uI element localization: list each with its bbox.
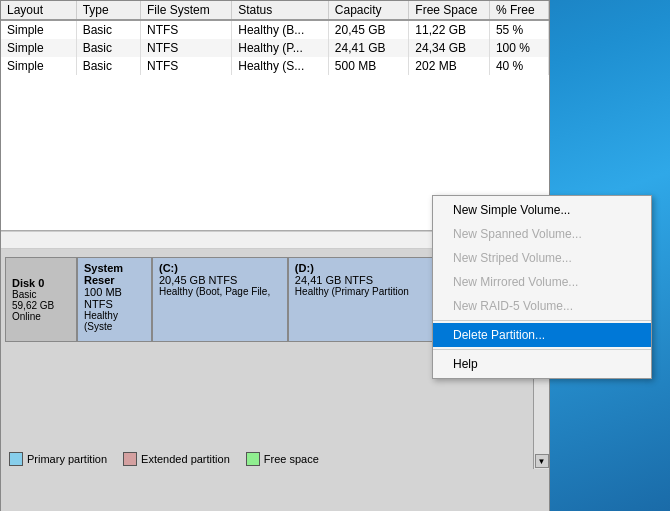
menu-item-new-spanned: New Spanned Volume...	[433, 222, 651, 246]
cell-status: Healthy (B...	[232, 20, 329, 39]
legend-primary-box	[9, 452, 23, 466]
disk-label: Disk 0 Basic 59,62 GB Online	[5, 257, 77, 342]
cell-layout: Simple	[1, 57, 76, 75]
table-row[interactable]: Simple Basic NTFS Healthy (B... 20,45 GB…	[1, 20, 549, 39]
partition-sr-name: System Reser	[84, 262, 145, 286]
scroll-down-button[interactable]: ▼	[535, 454, 549, 468]
menu-separator	[433, 349, 651, 350]
partition-system-reserved[interactable]: System Reser 100 MB NTFS Healthy (Syste	[78, 258, 153, 341]
cell-filesystem: NTFS	[141, 57, 232, 75]
menu-separator	[433, 320, 651, 321]
cell-filesystem: NTFS	[141, 20, 232, 39]
col-header-type: Type	[76, 1, 140, 20]
disk-type: Basic	[12, 289, 70, 300]
partition-d-drive[interactable]: (D:) 24,41 GB NTFS Healthy (Primary Part…	[289, 258, 437, 341]
legend-primary: Primary partition	[9, 452, 107, 466]
partition-d-name: (D:)	[295, 262, 429, 274]
cell-pctfree: 40 %	[489, 57, 548, 75]
menu-item-new-striped: New Striped Volume...	[433, 246, 651, 270]
cell-filesystem: NTFS	[141, 39, 232, 57]
menu-item-new-raid5: New RAID-5 Volume...	[433, 294, 651, 318]
cell-capacity: 24,41 GB	[328, 39, 409, 57]
col-header-freespace: Free Space	[409, 1, 490, 20]
table-row[interactable]: Simple Basic NTFS Healthy (S... 500 MB 2…	[1, 57, 549, 75]
legend-extended: Extended partition	[123, 452, 230, 466]
col-header-capacity: Capacity	[328, 1, 409, 20]
cell-freespace: 202 MB	[409, 57, 490, 75]
disk-name: Disk 0	[12, 277, 70, 289]
legend-primary-label: Primary partition	[27, 453, 107, 465]
menu-item-help[interactable]: Help	[433, 352, 651, 376]
col-header-layout: Layout	[1, 1, 76, 20]
cell-status: Healthy (P...	[232, 39, 329, 57]
cell-pctfree: 100 %	[489, 39, 548, 57]
cell-freespace: 11,22 GB	[409, 20, 490, 39]
cell-status: Healthy (S...	[232, 57, 329, 75]
cell-type: Basic	[76, 39, 140, 57]
menu-item-new-mirrored: New Mirrored Volume...	[433, 270, 651, 294]
cell-capacity: 500 MB	[328, 57, 409, 75]
table-row[interactable]: Simple Basic NTFS Healthy (P... 24,41 GB…	[1, 39, 549, 57]
cell-layout: Simple	[1, 39, 76, 57]
disk-size: 59,62 GB	[12, 300, 70, 311]
col-header-filesystem: File System	[141, 1, 232, 20]
legend-extended-box	[123, 452, 137, 466]
legend-free-label: Free space	[264, 453, 319, 465]
partition-c-drive[interactable]: (C:) 20,45 GB NTFS Healthy (Boot, Page F…	[153, 258, 289, 341]
menu-item-delete-partition[interactable]: Delete Partition...	[433, 323, 651, 347]
partition-c-name: (C:)	[159, 262, 281, 274]
menu-item-new-simple[interactable]: New Simple Volume...	[433, 198, 651, 222]
col-header-pctfree: % Free	[489, 1, 548, 20]
legend-free: Free space	[246, 452, 319, 466]
partition-d-size: 24,41 GB NTFS	[295, 274, 429, 286]
col-header-status: Status	[232, 1, 329, 20]
partition-c-status: Healthy (Boot, Page File,	[159, 286, 281, 297]
disk-status: Online	[12, 311, 70, 322]
context-menu: New Simple Volume...New Spanned Volume..…	[432, 195, 652, 379]
cell-layout: Simple	[1, 20, 76, 39]
partition-d-status: Healthy (Primary Partition	[295, 286, 429, 297]
partition-sr-status: Healthy (Syste	[84, 310, 145, 332]
cell-freespace: 24,34 GB	[409, 39, 490, 57]
partition-sr-size: 100 MB NTFS	[84, 286, 145, 310]
cell-pctfree: 55 %	[489, 20, 548, 39]
partition-c-size: 20,45 GB NTFS	[159, 274, 281, 286]
legend: Primary partition Extended partition Fre…	[1, 446, 327, 472]
cell-type: Basic	[76, 57, 140, 75]
cell-capacity: 20,45 GB	[328, 20, 409, 39]
legend-extended-label: Extended partition	[141, 453, 230, 465]
legend-free-box	[246, 452, 260, 466]
cell-type: Basic	[76, 20, 140, 39]
